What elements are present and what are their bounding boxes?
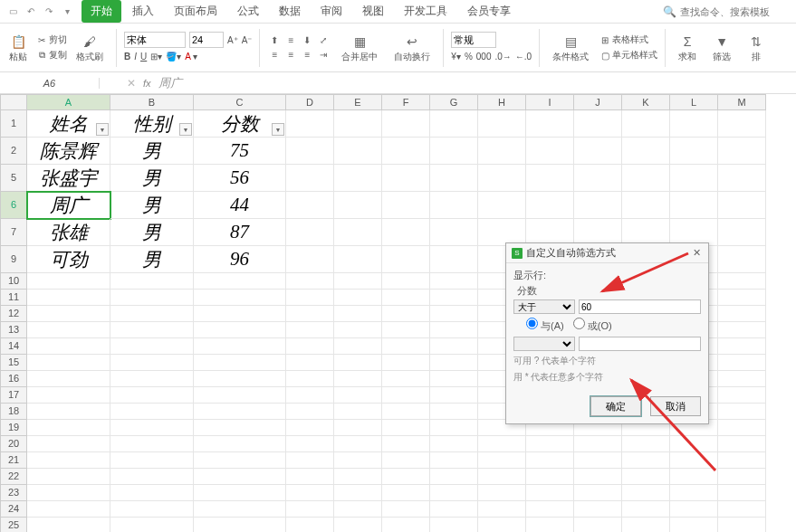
name-box[interactable]: A6: [0, 78, 100, 89]
cell[interactable]: [382, 338, 430, 355]
table-style-button[interactable]: ⊞表格样式: [599, 33, 657, 47]
cell[interactable]: [382, 110, 430, 138]
cell[interactable]: [334, 192, 382, 219]
cell[interactable]: [194, 404, 286, 420]
cell[interactable]: [110, 338, 194, 355]
cell[interactable]: [382, 485, 430, 501]
cell[interactable]: [286, 355, 334, 371]
row-header[interactable]: 7: [0, 219, 27, 246]
wrap-text-button[interactable]: ↩ 自动换行: [388, 31, 436, 65]
cell[interactable]: [478, 138, 526, 165]
cell[interactable]: [286, 110, 334, 138]
condition2-value[interactable]: [579, 337, 701, 351]
italic-button[interactable]: I: [134, 49, 137, 63]
decrease-decimal-button[interactable]: ←.0: [515, 49, 532, 63]
tab-layout[interactable]: 页面布局: [165, 0, 226, 23]
cell[interactable]: [718, 165, 766, 192]
align-center-button[interactable]: ≡: [283, 49, 298, 62]
cell[interactable]: [382, 165, 430, 192]
cell[interactable]: [622, 436, 670, 452]
cell[interactable]: [622, 138, 670, 165]
cell[interactable]: [430, 138, 478, 165]
cell[interactable]: [27, 273, 110, 290]
col-header[interactable]: M: [718, 94, 766, 110]
cell[interactable]: [622, 469, 670, 485]
cell[interactable]: [27, 485, 110, 501]
cell[interactable]: [334, 138, 382, 165]
cell[interactable]: [718, 371, 766, 387]
cell[interactable]: 75: [194, 138, 286, 165]
row-header[interactable]: 21: [0, 452, 27, 469]
cell[interactable]: [718, 219, 766, 246]
row-header[interactable]: 6: [0, 192, 27, 219]
cell[interactable]: [27, 338, 110, 355]
cell[interactable]: [194, 501, 286, 518]
increase-decimal-button[interactable]: .0→: [495, 49, 512, 63]
cell[interactable]: [622, 485, 670, 501]
tab-start[interactable]: 开始: [82, 0, 121, 23]
cell[interactable]: [526, 436, 574, 452]
cell[interactable]: [27, 452, 110, 469]
cell[interactable]: [622, 110, 670, 138]
cell[interactable]: [334, 219, 382, 246]
cell[interactable]: [110, 485, 194, 501]
cell[interactable]: [382, 387, 430, 404]
cell[interactable]: [430, 485, 478, 501]
col-header[interactable]: D: [286, 94, 334, 110]
cell[interactable]: [382, 355, 430, 371]
cell[interactable]: [27, 420, 110, 436]
cell[interactable]: 性别▼: [110, 110, 194, 138]
cell[interactable]: 男: [110, 246, 194, 273]
cell[interactable]: [430, 501, 478, 518]
tab-member[interactable]: 会员专享: [458, 0, 520, 23]
cell[interactable]: [670, 436, 718, 452]
cell[interactable]: [334, 404, 382, 420]
cell[interactable]: [286, 306, 334, 322]
cell[interactable]: 96: [194, 246, 286, 273]
row-header[interactable]: 1: [0, 110, 27, 138]
cell[interactable]: [430, 110, 478, 138]
number-format-select[interactable]: [451, 32, 496, 48]
cell[interactable]: [478, 485, 526, 501]
cell[interactable]: [286, 290, 334, 306]
cell[interactable]: [574, 110, 622, 138]
cell[interactable]: [526, 501, 574, 518]
cell[interactable]: [334, 387, 382, 404]
currency-button[interactable]: ¥▾: [451, 49, 461, 63]
cell[interactable]: [194, 518, 286, 532]
cell[interactable]: [194, 420, 286, 436]
logic-or-radio[interactable]: 或(O): [573, 318, 612, 333]
cell[interactable]: [670, 469, 718, 485]
cell[interactable]: [382, 501, 430, 518]
cell[interactable]: [382, 371, 430, 387]
cell[interactable]: [526, 110, 574, 138]
cell[interactable]: [286, 371, 334, 387]
border-button[interactable]: ⊞▾: [150, 49, 162, 63]
row-header[interactable]: 24: [0, 501, 27, 518]
row-header[interactable]: 15: [0, 355, 27, 371]
cell[interactable]: [718, 273, 766, 290]
cell[interactable]: [670, 192, 718, 219]
orientation-button[interactable]: ⤢: [316, 34, 331, 47]
cell[interactable]: [27, 518, 110, 532]
cell[interactable]: [718, 469, 766, 485]
cell[interactable]: [194, 371, 286, 387]
cell[interactable]: [110, 452, 194, 469]
cell[interactable]: [382, 246, 430, 273]
cell[interactable]: [526, 452, 574, 469]
cell[interactable]: [27, 501, 110, 518]
cell[interactable]: [382, 404, 430, 420]
row-header[interactable]: 25: [0, 518, 27, 532]
cell[interactable]: [334, 420, 382, 436]
cell[interactable]: [382, 436, 430, 452]
cell[interactable]: [194, 485, 286, 501]
cell[interactable]: [286, 165, 334, 192]
cell[interactable]: [718, 387, 766, 404]
cell[interactable]: [478, 518, 526, 532]
cell[interactable]: 陈景辉: [27, 138, 110, 165]
condition1-value[interactable]: [579, 299, 701, 314]
col-header-C[interactable]: C: [194, 94, 286, 110]
align-middle-button[interactable]: ≡: [283, 34, 298, 47]
row-header[interactable]: 2: [0, 138, 27, 165]
cell[interactable]: [478, 110, 526, 138]
